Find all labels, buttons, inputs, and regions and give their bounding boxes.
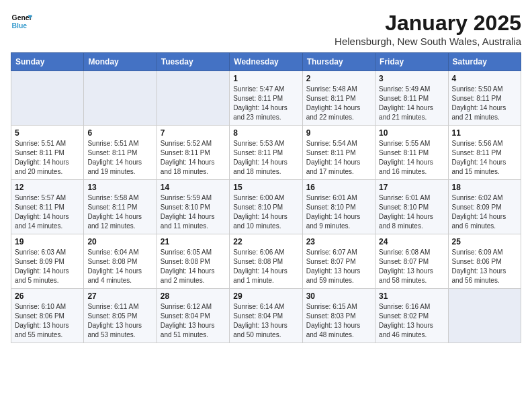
calendar-cell [448,289,521,343]
week-row-0: 1Sunrise: 5:47 AM Sunset: 8:11 PM Daylig… [11,71,521,126]
calendar-cell: 9Sunrise: 5:54 AM Sunset: 8:11 PM Daylig… [302,126,375,180]
day-number: 8 [233,128,298,138]
weekday-header-wednesday: Wednesday [230,53,302,71]
calendar-cell: 6Sunrise: 5:51 AM Sunset: 8:11 PM Daylig… [84,126,157,180]
title-block: January 2025 Helensburgh, New South Wale… [335,11,521,47]
day-number: 7 [161,128,226,138]
day-number: 9 [306,128,371,138]
calendar-cell: 7Sunrise: 5:52 AM Sunset: 8:11 PM Daylig… [157,126,229,180]
day-info: Sunrise: 5:50 AM Sunset: 8:11 PM Dayligh… [452,85,517,122]
day-info: Sunrise: 6:16 AM Sunset: 8:02 PM Dayligh… [379,302,444,340]
day-number: 15 [233,183,298,192]
day-number: 6 [87,128,152,138]
weekday-header-thursday: Thursday [302,53,375,71]
day-info: Sunrise: 5:53 AM Sunset: 8:11 PM Dayligh… [233,139,298,177]
day-number: 16 [306,183,371,192]
week-row-2: 12Sunrise: 5:57 AM Sunset: 8:11 PM Dayli… [11,180,521,234]
day-number: 19 [15,237,80,246]
calendar-subtitle: Helensburgh, New South Wales, Australia [335,36,521,47]
day-number: 20 [87,237,152,246]
logo-icon: General Blue [11,11,32,32]
day-info: Sunrise: 5:51 AM Sunset: 8:11 PM Dayligh… [15,139,80,177]
day-info: Sunrise: 5:59 AM Sunset: 8:10 PM Dayligh… [161,193,226,231]
day-number: 12 [15,183,80,192]
day-number: 27 [87,291,152,301]
day-info: Sunrise: 5:55 AM Sunset: 8:11 PM Dayligh… [379,139,444,177]
svg-text:Blue: Blue [12,22,28,30]
calendar-cell: 10Sunrise: 5:55 AM Sunset: 8:11 PM Dayli… [375,126,448,180]
calendar-cell: 24Sunrise: 6:08 AM Sunset: 8:07 PM Dayli… [375,234,448,289]
calendar-cell: 14Sunrise: 5:59 AM Sunset: 8:10 PM Dayli… [157,180,229,234]
day-info: Sunrise: 6:00 AM Sunset: 8:10 PM Dayligh… [233,193,298,231]
day-number: 13 [87,183,152,192]
calendar-cell: 16Sunrise: 6:01 AM Sunset: 8:10 PM Dayli… [302,180,375,234]
weekday-header-saturday: Saturday [448,53,521,71]
day-info: Sunrise: 6:11 AM Sunset: 8:05 PM Dayligh… [87,302,152,340]
day-info: Sunrise: 5:56 AM Sunset: 8:11 PM Dayligh… [452,139,517,177]
calendar-cell: 5Sunrise: 5:51 AM Sunset: 8:11 PM Daylig… [11,126,84,180]
weekday-header-tuesday: Tuesday [157,53,229,71]
day-number: 4 [452,74,517,83]
day-number: 14 [161,183,226,192]
calendar-cell: 15Sunrise: 6:00 AM Sunset: 8:10 PM Dayli… [230,180,302,234]
day-number: 31 [379,291,444,301]
day-info: Sunrise: 6:14 AM Sunset: 8:04 PM Dayligh… [233,302,298,340]
day-info: Sunrise: 6:08 AM Sunset: 8:07 PM Dayligh… [379,248,444,285]
calendar-cell: 25Sunrise: 6:09 AM Sunset: 8:06 PM Dayli… [448,234,521,289]
day-number: 28 [161,291,226,301]
day-info: Sunrise: 6:01 AM Sunset: 8:10 PM Dayligh… [379,193,444,231]
calendar-cell: 11Sunrise: 5:56 AM Sunset: 8:11 PM Dayli… [448,126,521,180]
day-info: Sunrise: 5:58 AM Sunset: 8:11 PM Dayligh… [87,193,152,231]
day-number: 10 [379,128,444,138]
day-info: Sunrise: 6:02 AM Sunset: 8:09 PM Dayligh… [452,193,517,231]
weekday-header-friday: Friday [375,53,448,71]
calendar-cell: 1Sunrise: 5:47 AM Sunset: 8:11 PM Daylig… [230,71,302,126]
calendar-cell: 23Sunrise: 6:07 AM Sunset: 8:07 PM Dayli… [302,234,375,289]
page-header: General Blue January 2025 Helensburgh, N… [11,11,521,47]
calendar-cell: 3Sunrise: 5:49 AM Sunset: 8:11 PM Daylig… [375,71,448,126]
day-number: 25 [452,237,517,246]
day-info: Sunrise: 6:03 AM Sunset: 8:09 PM Dayligh… [15,248,80,285]
calendar-cell: 8Sunrise: 5:53 AM Sunset: 8:11 PM Daylig… [230,126,302,180]
day-number: 26 [15,291,80,301]
day-info: Sunrise: 5:54 AM Sunset: 8:11 PM Dayligh… [306,139,371,177]
calendar-cell [11,71,84,126]
week-row-4: 26Sunrise: 6:10 AM Sunset: 8:06 PM Dayli… [11,289,521,343]
day-number: 5 [15,128,80,138]
day-number: 17 [379,183,444,192]
calendar-cell [157,71,229,126]
week-row-1: 5Sunrise: 5:51 AM Sunset: 8:11 PM Daylig… [11,126,521,180]
weekday-header-monday: Monday [84,53,157,71]
day-number: 1 [233,74,298,83]
weekday-header-sunday: Sunday [11,53,84,71]
day-number: 11 [452,128,517,138]
calendar-cell [84,71,157,126]
calendar-cell: 26Sunrise: 6:10 AM Sunset: 8:06 PM Dayli… [11,289,84,343]
day-number: 18 [452,183,517,192]
day-number: 2 [306,74,371,83]
day-info: Sunrise: 5:57 AM Sunset: 8:11 PM Dayligh… [15,193,80,231]
day-number: 22 [233,237,298,246]
calendar-cell: 19Sunrise: 6:03 AM Sunset: 8:09 PM Dayli… [11,234,84,289]
calendar-cell: 17Sunrise: 6:01 AM Sunset: 8:10 PM Dayli… [375,180,448,234]
calendar-table: SundayMondayTuesdayWednesdayThursdayFrid… [11,52,521,343]
calendar-cell: 21Sunrise: 6:05 AM Sunset: 8:08 PM Dayli… [157,234,229,289]
day-info: Sunrise: 6:01 AM Sunset: 8:10 PM Dayligh… [306,193,371,231]
calendar-cell: 2Sunrise: 5:48 AM Sunset: 8:11 PM Daylig… [302,71,375,126]
day-info: Sunrise: 5:51 AM Sunset: 8:11 PM Dayligh… [87,139,152,177]
day-info: Sunrise: 6:09 AM Sunset: 8:06 PM Dayligh… [452,248,517,285]
calendar-title: January 2025 [335,11,521,36]
day-number: 29 [233,291,298,301]
day-number: 23 [306,237,371,246]
day-number: 30 [306,291,371,301]
calendar-cell: 28Sunrise: 6:12 AM Sunset: 8:04 PM Dayli… [157,289,229,343]
week-row-3: 19Sunrise: 6:03 AM Sunset: 8:09 PM Dayli… [11,234,521,289]
calendar-cell: 29Sunrise: 6:14 AM Sunset: 8:04 PM Dayli… [230,289,302,343]
calendar-cell: 30Sunrise: 6:15 AM Sunset: 8:03 PM Dayli… [302,289,375,343]
calendar-cell: 22Sunrise: 6:06 AM Sunset: 8:08 PM Dayli… [230,234,302,289]
day-info: Sunrise: 6:06 AM Sunset: 8:08 PM Dayligh… [233,248,298,285]
day-info: Sunrise: 5:49 AM Sunset: 8:11 PM Dayligh… [379,85,444,122]
day-info: Sunrise: 5:48 AM Sunset: 8:11 PM Dayligh… [306,85,371,122]
calendar-cell: 12Sunrise: 5:57 AM Sunset: 8:11 PM Dayli… [11,180,84,234]
calendar-cell: 4Sunrise: 5:50 AM Sunset: 8:11 PM Daylig… [448,71,521,126]
